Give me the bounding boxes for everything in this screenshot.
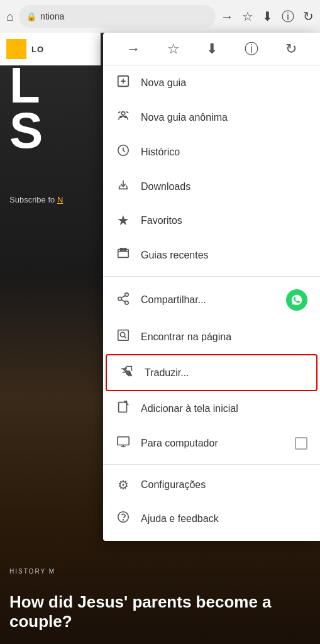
adicionar-tela-inicial-label: Adicionar à tela inicial [141,403,307,414]
menu-item-favoritos[interactable]: ★ Favoritos [103,204,320,238]
history-icon [116,143,131,160]
recent-tabs-icon [116,247,131,264]
encontrar-na-pagina-label: Encontrar na página [141,331,307,343]
svg-rect-23 [119,402,127,413]
browser-menu: → ☆ ⬇ ⓘ ↻ Nova guia Nova gu [103,33,320,541]
browser-chrome: ⌂ 🔒 ntiona → ☆ ⬇ ⓘ ↻ [0,0,320,33]
divider-1 [103,276,320,277]
menu-toolbar-download-icon[interactable]: ⬇ [206,41,218,57]
svg-point-29 [123,519,124,520]
menu-item-encontrar-na-pagina[interactable]: Encontrar na página [103,319,320,354]
toolbar-icons: → ☆ ⬇ ⓘ ↻ [221,8,314,25]
ajuda-feedback-label: Ajuda e feedback [141,513,307,525]
add-home-icon [116,400,131,417]
menu-item-nova-guia-anonima[interactable]: Nova guia anônima [103,100,320,135]
article-bottom-headline: How did Jesus' parents become a couple? [9,592,311,631]
para-computador-checkbox[interactable] [295,437,307,450]
share-icon [116,292,131,309]
menu-item-para-computador[interactable]: Para computador [103,426,320,460]
menu-item-historico[interactable]: Histórico [103,135,320,169]
nova-guia-label: Nova guia [141,77,307,89]
compartilhar-label: Compartilhar... [141,294,276,306]
svg-point-20 [120,332,124,336]
address-text: ntiona [40,11,208,21]
refresh-icon[interactable]: ↻ [303,9,314,24]
svg-line-17 [121,299,125,302]
subscribe-text: Subscribe fo N [9,195,63,204]
ng-header: LO [0,33,101,65]
address-bar[interactable]: 🔒 ntiona [19,5,216,28]
downloads-icon [116,178,131,195]
download-toolbar-icon[interactable]: ⬇ [262,9,273,24]
home-button[interactable]: ⌂ [6,9,14,24]
menu-item-adicionar-tela-inicial[interactable]: Adicionar à tela inicial [103,391,320,426]
whatsapp-badge [286,289,307,311]
incognito-icon [116,109,131,126]
menu-item-guias-recentes[interactable]: Guias recentes [103,238,320,272]
svg-rect-13 [124,248,126,251]
svg-rect-12 [120,248,123,251]
star-icon[interactable]: ☆ [242,9,253,24]
svg-point-3 [121,112,125,116]
desktop-icon [116,435,131,452]
settings-icon: ⚙ [116,477,131,492]
menu-item-compartilhar[interactable]: Compartilhar... [103,280,320,319]
menu-item-ajuda-feedback[interactable]: Ajuda e feedback [103,501,320,536]
nova-guia-anonima-label: Nova guia anônima [141,112,307,123]
favorites-icon: ★ [116,213,131,229]
downloads-label: Downloads [141,181,307,192]
lock-icon: 🔒 [26,12,36,21]
traduzir-label: Traduzir... [145,367,304,379]
address-bar-row: ⌂ 🔒 ntiona → ☆ ⬇ ⓘ ↻ [0,0,320,33]
svg-line-6 [118,112,121,113]
article-headline-letters: L S [9,63,41,153]
favoritos-label: Favoritos [141,215,307,226]
menu-toolbar-refresh-icon[interactable]: ↻ [285,41,297,57]
guias-recentes-label: Guias recentes [141,250,307,261]
svg-text:G: G [126,370,130,376]
menu-toolbar-forward-icon[interactable]: → [126,41,140,57]
translate-icon: G [119,364,135,381]
svg-line-7 [126,112,129,113]
menu-item-traduzir[interactable]: G Traduzir... [106,354,317,391]
menu-item-configuracoes[interactable]: ⚙ Configurações [103,469,320,501]
svg-point-15 [118,297,122,301]
forward-icon[interactable]: → [221,9,233,24]
configuracoes-label: Configurações [141,479,307,491]
ng-header-text: LO [31,45,44,54]
help-icon [116,510,131,527]
ng-logo [6,39,26,59]
article-letter-l: L [9,63,41,108]
svg-point-16 [125,301,129,304]
svg-rect-25 [118,437,129,445]
svg-rect-19 [118,330,129,341]
find-icon [116,328,131,345]
new-tab-icon [116,74,131,91]
svg-point-14 [125,292,129,296]
menu-item-nova-guia[interactable]: Nova guia [103,65,320,100]
menu-item-downloads[interactable]: Downloads [103,169,320,204]
svg-line-21 [124,336,126,338]
svg-line-18 [121,295,125,297]
divider-2 [103,464,320,465]
article-letter-s: S [9,108,41,153]
svg-point-5 [124,116,126,118]
menu-toolbar: → ☆ ⬇ ⓘ ↻ [103,33,320,65]
menu-toolbar-info-icon[interactable]: ⓘ [245,40,258,58]
menu-toolbar-star-icon[interactable]: ☆ [167,41,180,57]
info-icon[interactable]: ⓘ [282,8,294,25]
svg-rect-10 [118,250,129,258]
svg-point-4 [120,116,122,118]
historico-label: Histórico [141,147,307,158]
history-label: HISTORY M [9,568,55,575]
para-computador-label: Para computador [141,438,285,449]
